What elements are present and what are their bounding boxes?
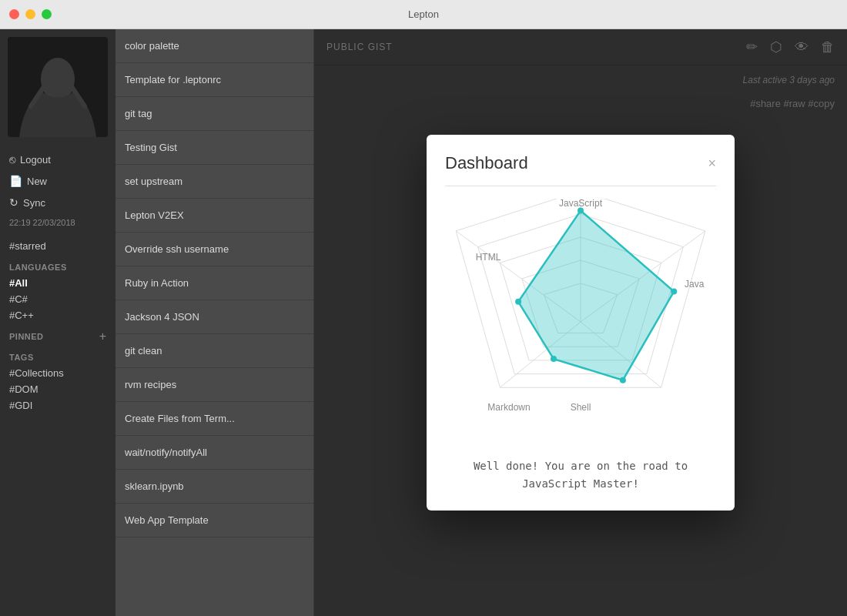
list-item[interactable]: Testing Gist xyxy=(116,131,313,165)
modal-divider xyxy=(445,186,716,186)
pinned-title: PINNED xyxy=(9,332,44,341)
list-item[interactable]: Create Files from Term... xyxy=(116,402,313,436)
list-item[interactable]: Ruby in Action xyxy=(116,266,313,300)
sidebar-tag-gdi[interactable]: #GDI xyxy=(0,397,116,413)
sidebar-tag-cpp[interactable]: #C++ xyxy=(0,307,116,323)
list-item[interactable]: wait/notify/notifyAll xyxy=(116,436,313,470)
sidebar-menu: ⎋ Logout 📄 New ↻ Sync 22:19 22/03/2018 xyxy=(0,145,116,236)
modal-close-button[interactable]: × xyxy=(708,156,716,170)
modal-overlay[interactable]: Dashboard × xyxy=(314,29,847,616)
close-button[interactable] xyxy=(9,9,19,19)
avatar xyxy=(8,37,108,137)
radar-chart: Shell Markdown HTML JavaScript Java xyxy=(445,199,716,445)
radar-dot-shell xyxy=(620,377,626,383)
list-panel: color paletteTemplate for .leptonrcgit t… xyxy=(116,29,314,616)
list-item[interactable]: Web App Template xyxy=(116,504,313,537)
avatar-image xyxy=(8,37,108,137)
languages-title: LANGUAGES xyxy=(0,256,116,275)
modal-header: Dashboard × xyxy=(445,153,716,173)
modal-message: Well done! You are on the road toJavaScr… xyxy=(445,457,716,492)
label-html: HTML xyxy=(476,252,501,263)
label-markdown: Markdown xyxy=(487,402,530,413)
title-bar: Lepton xyxy=(0,0,847,29)
list-item[interactable]: Jackson 4 JSON xyxy=(116,300,313,334)
list-item[interactable]: Lepton V2EX xyxy=(116,199,313,233)
pinned-row: PINNED + xyxy=(0,323,116,346)
app-title: Lepton xyxy=(408,8,439,20)
label-java: Java xyxy=(685,279,705,290)
sidebar-item-new[interactable]: 📄 New xyxy=(0,170,116,192)
maximize-button[interactable] xyxy=(42,9,52,19)
new-icon: 📄 xyxy=(9,175,22,187)
sidebar-item-logout[interactable]: ⎋ Logout xyxy=(0,149,116,170)
radar-dot-markdown xyxy=(551,356,557,362)
list-item[interactable]: git clean xyxy=(116,334,313,368)
list-item[interactable]: sklearn.ipynb xyxy=(116,470,313,504)
list-item[interactable]: rvm recipes xyxy=(116,368,313,402)
traffic-lights xyxy=(9,9,52,19)
list-item[interactable]: color palette xyxy=(116,29,313,63)
content-panel: PUBLIC GIST ✏ ⬡ 👁 🗑 Last active 3 days a… xyxy=(314,29,847,616)
list-item[interactable]: Override ssh username xyxy=(116,233,313,266)
radar-dot-html xyxy=(515,299,521,305)
app-body: ⎋ Logout 📄 New ↻ Sync 22:19 22/03/2018 #… xyxy=(0,29,847,616)
modal-dialog: Dashboard × xyxy=(427,135,735,511)
modal-title: Dashboard xyxy=(445,153,528,173)
label-shell: Shell xyxy=(571,402,591,413)
radar-svg: Shell Markdown HTML JavaScript Java xyxy=(450,199,711,445)
logout-icon: ⎋ xyxy=(9,153,15,166)
svg-point-1 xyxy=(41,58,75,101)
tags-title: TAGS xyxy=(0,346,116,365)
sidebar-tag-csharp[interactable]: #C# xyxy=(0,291,116,307)
sidebar: ⎋ Logout 📄 New ↻ Sync 22:19 22/03/2018 #… xyxy=(0,29,116,616)
sidebar-tag-dom[interactable]: #DOM xyxy=(0,381,116,397)
radar-dot-java xyxy=(671,289,677,295)
sidebar-item-starred[interactable]: #starred xyxy=(0,236,116,256)
list-item[interactable]: git tag xyxy=(116,97,313,131)
datetime-label: 22:19 22/03/2018 xyxy=(0,213,116,232)
pinned-add-button[interactable]: + xyxy=(99,330,106,343)
sync-icon: ↻ xyxy=(9,196,18,209)
list-item[interactable]: set upstream xyxy=(116,165,313,199)
sidebar-item-sync[interactable]: ↻ Sync xyxy=(0,192,116,213)
minimize-button[interactable] xyxy=(25,9,35,19)
sidebar-tag-collections[interactable]: #Collections xyxy=(0,365,116,381)
sidebar-tag-all[interactable]: #All xyxy=(0,275,116,291)
list-item[interactable]: Template for .leptonrc xyxy=(116,63,313,97)
label-javascript: JavaScript xyxy=(559,199,603,209)
